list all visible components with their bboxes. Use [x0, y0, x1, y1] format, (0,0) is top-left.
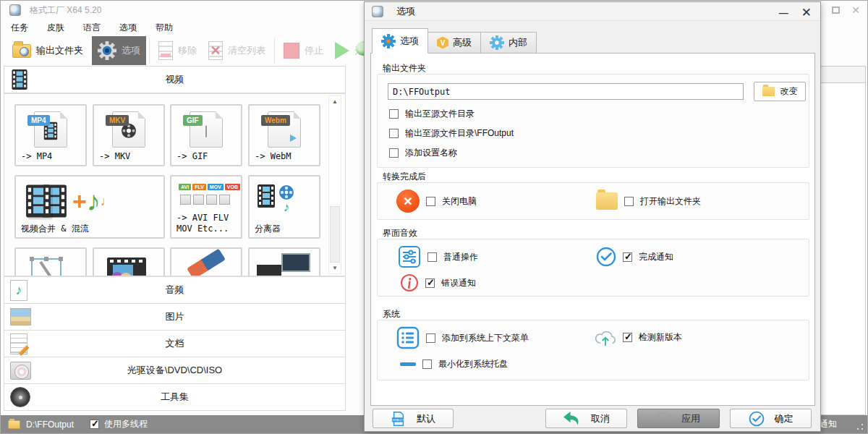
play-icon — [335, 42, 349, 59]
sliders-icon — [398, 245, 421, 268]
resize-grip[interactable] — [856, 423, 864, 430]
remove-icon — [158, 41, 173, 60]
checkbox[interactable] — [389, 129, 399, 138]
section-toolset-label: 工具集 — [4, 391, 345, 404]
cancel-button[interactable]: 取消 — [545, 409, 627, 428]
menu-skin[interactable]: 皮肤 — [47, 22, 64, 34]
card-label: -> MKV — [99, 151, 130, 162]
close-icon[interactable]: ✕ — [851, 7, 860, 14]
card-video-join-mux[interactable]: +♪♩ 视频合并 & 混流 — [14, 175, 165, 239]
tab-advanced[interactable]: V 高级 — [428, 32, 481, 54]
dialog-close-icon[interactable]: ✕ — [801, 5, 812, 20]
option-check-update[interactable]: 检测新版本 — [595, 328, 682, 347]
convert-card-mkv[interactable]: MKV -> MKV — [93, 104, 165, 166]
convert-card-webm[interactable]: Webm -> WebM — [248, 104, 320, 166]
checkbox[interactable] — [426, 333, 435, 343]
card-splitter[interactable]: ♪ 分离器 — [248, 175, 320, 239]
card-partial-crop[interactable] — [14, 247, 87, 276]
card-partial-film[interactable] — [93, 247, 165, 276]
tab-internal[interactable]: 内部 — [481, 32, 537, 54]
tab-options-label: 选项 — [400, 35, 419, 48]
checkbox[interactable] — [623, 252, 632, 262]
checkbox[interactable] — [389, 109, 399, 119]
checkbox[interactable] — [389, 148, 399, 158]
checkbox[interactable] — [426, 197, 435, 206]
toolbar-separator — [274, 38, 275, 64]
dialog-minimize-icon[interactable]: — — [779, 7, 788, 18]
option-label: 添加设置名称 — [405, 147, 457, 159]
option-minimize-tray[interactable]: 最小化到系统托盘 — [400, 358, 508, 370]
format-badge: MP4 — [27, 115, 50, 126]
stop-button[interactable]: 停止 — [278, 36, 329, 65]
option-context-menu[interactable]: 添加到系统上下文菜单 — [396, 326, 529, 349]
check-circle-icon — [596, 247, 616, 267]
splitter-icon: ♪ — [257, 184, 295, 213]
default-button[interactable]: DEFAULT 默认 — [373, 409, 454, 428]
option-label: 添加到系统上下文菜单 — [442, 332, 529, 344]
dialog-title: 选项 — [396, 5, 415, 18]
option-normal-sound[interactable]: 普通操作 — [398, 245, 478, 268]
list-icon — [396, 326, 420, 349]
options-button[interactable]: 选项 — [92, 36, 146, 65]
menu-task[interactable]: 任务 — [11, 22, 28, 34]
checkbox[interactable] — [427, 252, 437, 262]
option-shutdown[interactable]: 关闭电脑 — [396, 190, 477, 213]
section-document-label: 文档 — [4, 337, 345, 350]
grid-scrollbar[interactable]: ▲ ▼ — [328, 95, 341, 274]
multithread-checkbox[interactable] — [90, 420, 99, 429]
scroll-down-icon[interactable]: ▼ — [329, 263, 341, 273]
card-label: -> AVI FLV MOV Etc... — [176, 213, 239, 234]
gear-icon — [98, 41, 116, 60]
file-icon: Webm — [268, 111, 301, 148]
document-icon — [10, 333, 27, 354]
menu-help[interactable]: 帮助 — [156, 22, 173, 34]
section-disc[interactable]: 光驱设备\DVD\CD\ISO — [4, 357, 346, 384]
option-output-source-dir[interactable]: 输出至源文件目录 — [389, 108, 475, 120]
checkbox[interactable] — [422, 359, 432, 369]
checkbox[interactable] — [624, 197, 634, 206]
change-button[interactable]: 改变 — [754, 82, 806, 101]
ui-sound-heading: 界面音效 — [383, 227, 417, 239]
option-label: 输出至源文件目录 — [405, 108, 475, 120]
option-complete-notify[interactable]: 完成通知 — [596, 247, 673, 267]
section-document[interactable]: 文档 — [4, 330, 346, 357]
app-icon — [9, 4, 21, 16]
option-output-source-ffoutput[interactable]: 输出至源文件目录\FFOutput — [389, 127, 514, 140]
menu-options[interactable]: 选项 — [119, 22, 137, 34]
card-partial-eraser[interactable] — [170, 247, 242, 276]
format-badges: AVI FLV MOV VOB — [179, 184, 240, 190]
option-append-setting-name[interactable]: 添加设置名称 — [389, 147, 457, 159]
section-audio[interactable]: ♪ 音频 — [4, 276, 346, 304]
checkbox[interactable] — [623, 333, 632, 342]
file-icon: MKV — [112, 111, 145, 148]
ok-button[interactable]: 确定 — [730, 409, 812, 428]
option-error-notify[interactable]: 错误通知 — [400, 273, 476, 292]
tab-options[interactable]: 选项 — [372, 28, 428, 54]
apply-button[interactable]: 应用 — [637, 409, 720, 428]
card-avi-flv-mov[interactable]: AVI FLV MOV VOB -> AVI FLV MOV Etc... — [170, 175, 242, 239]
output-path-input[interactable] — [388, 83, 744, 100]
section-video-label: 视频 — [4, 73, 345, 86]
file-icon: MP4 — [34, 111, 67, 148]
option-label: 错误通知 — [441, 277, 476, 289]
file-list-area — [817, 83, 866, 415]
scroll-thumb[interactable] — [330, 206, 340, 263]
option-open-output-folder[interactable]: 打开输出文件夹 — [596, 192, 701, 210]
scroll-up-icon[interactable]: ▲ — [329, 96, 341, 107]
hexagon-v-icon: V — [437, 37, 448, 49]
minus-icon — [400, 362, 416, 366]
option-label: 关闭电脑 — [442, 195, 477, 208]
output-folder-button[interactable]: 输出文件夹 — [7, 36, 89, 65]
convert-card-gif[interactable]: GIF -> GIF — [170, 104, 242, 166]
section-video[interactable]: 视频 — [4, 66, 346, 93]
checkbox[interactable] — [425, 278, 435, 288]
card-partial-screen[interactable] — [248, 247, 320, 276]
clear-list-button[interactable]: ✕ 清空列表 — [203, 36, 271, 65]
maximize-icon[interactable] — [832, 7, 840, 14]
convert-card-mp4[interactable]: MP4 -> MP4 — [14, 104, 87, 166]
section-toolset[interactable]: 工具集 — [4, 383, 346, 411]
menu-language[interactable]: 语言 — [83, 22, 101, 34]
section-picture[interactable]: 图片 — [4, 303, 346, 331]
back-arrow-icon — [563, 411, 581, 426]
remove-button[interactable]: 移除 — [153, 36, 203, 65]
